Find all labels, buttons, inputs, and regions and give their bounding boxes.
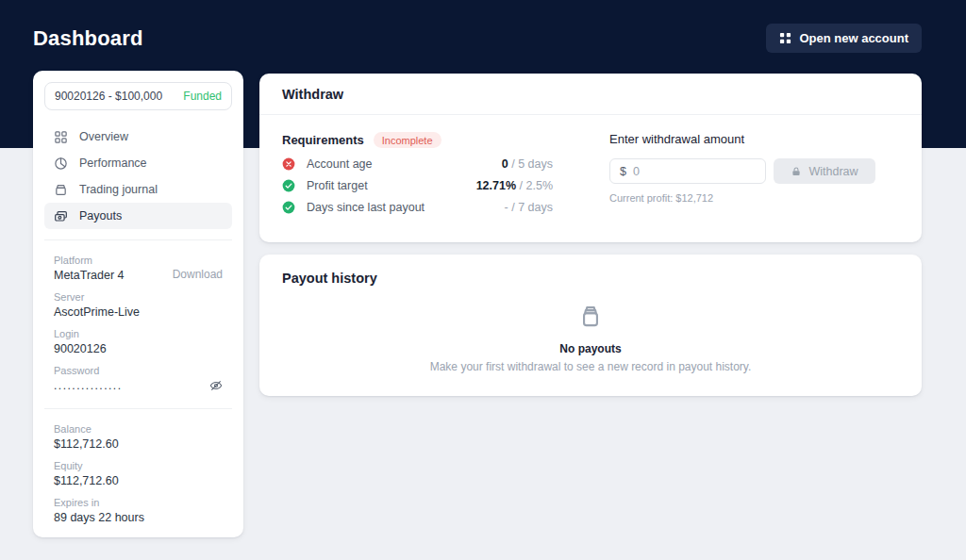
equity-label: Equity [54, 460, 223, 471]
grid-icon [54, 130, 68, 144]
balance-value: $112,712.60 [54, 437, 223, 451]
requirements-label: Requirements [282, 133, 364, 147]
login-value: 90020126 [54, 342, 223, 355]
expires-value: 89 days 22 hours [54, 511, 223, 524]
pie-chart-icon [54, 156, 68, 171]
password-row: Password ............... [44, 361, 232, 398]
expires-label: Expires in [54, 497, 223, 508]
amount-value: 0 [633, 165, 640, 178]
sidebar-item-performance[interactable]: Performance [44, 150, 232, 176]
requirement-value: 0 [502, 157, 508, 171]
requirement-row-days-since-payout: Days since last payout - / 7 days [282, 201, 553, 213]
equity-row: Equity $112,712.60 [44, 456, 232, 493]
withdraw-button[interactable]: Withdraw [774, 158, 875, 184]
server-label: Server [54, 291, 223, 303]
current-profit-text: Current profit: $12,712 [609, 192, 892, 204]
funded-badge: Funded [183, 90, 222, 103]
server-row: Server AscotPrime-Live [44, 288, 232, 324]
archive-icon [54, 183, 68, 197]
requirement-value: - [505, 201, 508, 214]
payout-history-title: Payout history [259, 271, 922, 286]
divider [44, 239, 232, 240]
balance-row: Balance $112,712.60 [44, 420, 232, 456]
download-link[interactable]: Download [173, 268, 223, 281]
withdraw-panel-header: Withdraw [259, 74, 922, 115]
sidebar-item-payouts[interactable]: Payouts [44, 203, 232, 229]
cash-icon [54, 209, 68, 223]
sidebar-item-trading-journal[interactable]: Trading journal [44, 176, 232, 203]
withdraw-button-label: Withdraw [808, 165, 858, 178]
sidebar-item-label: Trading journal [79, 183, 158, 196]
open-new-account-button[interactable]: Open new account [766, 24, 922, 53]
requirement-row-profit-target: Profit target 12.71% / 2.5% [282, 179, 553, 191]
check-circle-icon [282, 179, 295, 192]
archive-box-icon [575, 302, 606, 336]
sidebar-nav: Overview Performance Trading journal Pay… [44, 124, 232, 229]
withdrawal-amount-input[interactable]: $ 0 [609, 158, 766, 184]
withdraw-panel-body: Requirements Incomplete Account age 0 / … [259, 115, 922, 241]
expires-row: Expires in 89 days 22 hours [44, 493, 232, 530]
platform-label: Platform [54, 255, 223, 266]
payout-history-panel: Payout history No payouts Make your firs… [259, 255, 922, 396]
incomplete-badge: Incomplete [374, 132, 441, 148]
password-label: Password [54, 365, 223, 376]
withdraw-title: Withdraw [282, 87, 343, 102]
sidebar-item-label: Performance [79, 156, 147, 170]
requirement-target: / 5 days [511, 157, 553, 171]
eye-off-icon[interactable] [209, 379, 223, 392]
payout-history-empty-state: No payouts Make your first withdrawal to… [259, 302, 922, 373]
requirement-target: / 2.5% [520, 179, 553, 192]
withdraw-panel: Withdraw Requirements Incomplete Account… [259, 74, 922, 242]
requirement-label: Account age [307, 157, 373, 171]
empty-state-title: No payouts [559, 342, 621, 355]
requirement-value: 12.71% [476, 179, 516, 192]
divider [44, 408, 232, 409]
login-label: Login [54, 328, 223, 339]
equity-value: $112,712.60 [54, 474, 223, 487]
login-row: Login 90020126 [44, 324, 232, 361]
open-new-account-label: Open new account [799, 31, 908, 45]
lock-icon [791, 166, 802, 177]
balance-label: Balance [54, 423, 223, 435]
requirement-row-account-age: Account age 0 / 5 days [282, 157, 553, 170]
currency-prefix: $ [620, 165, 626, 178]
sidebar-item-label: Payouts [79, 209, 122, 222]
sidebar-item-label: Overview [79, 130, 128, 143]
requirement-label: Profit target [307, 179, 368, 192]
grid-plus-icon [779, 32, 791, 44]
requirement-label: Days since last payout [307, 201, 425, 214]
page-title: Dashboard [33, 26, 143, 51]
withdrawal-amount-label: Enter withdrawal amount [609, 132, 892, 146]
requirement-target: / 7 days [511, 201, 553, 214]
platform-row: Platform MetaTrader 4 Download [44, 251, 232, 288]
sidebar-item-overview[interactable]: Overview [44, 124, 232, 150]
empty-state-subtitle: Make your first withdrawal to see a new … [430, 360, 752, 373]
server-value: AscotPrime-Live [54, 305, 223, 319]
requirements-block: Requirements Incomplete Account age 0 / … [282, 132, 553, 213]
account-selector[interactable]: 90020126 - $100,000 Funded [44, 82, 232, 110]
x-circle-icon [282, 157, 295, 171]
withdrawal-form: Enter withdrawal amount $ 0 Withdraw Cur… [609, 132, 892, 204]
account-selector-label: 90020126 - $100,000 [55, 90, 162, 103]
password-value: ............... [54, 379, 223, 392]
check-circle-icon [282, 201, 295, 214]
sidebar: 90020126 - $100,000 Funded Overview Perf… [33, 71, 243, 537]
